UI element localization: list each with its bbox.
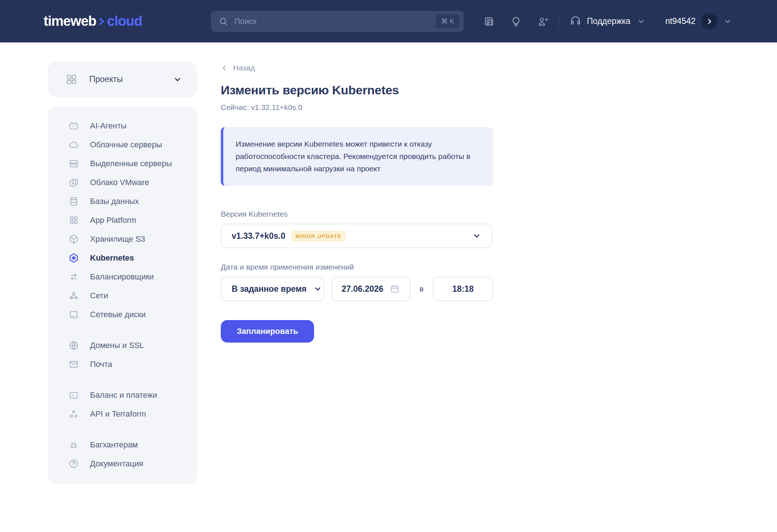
sidebar-item-ai-agents[interactable]: AI-Агенты: [48, 116, 197, 135]
sidebar-divider: [68, 429, 181, 430]
vmware-cloud-icon: [68, 177, 79, 188]
header-divider: [559, 14, 559, 29]
app-platform-icon: [68, 215, 79, 226]
databases-icon: [68, 196, 79, 207]
mail-icon: [68, 359, 79, 370]
sidebar-item-dedicated-servers[interactable]: Выделенные серверы: [48, 154, 197, 173]
sidebar-item-bug-bounty[interactable]: Багхантерам: [48, 435, 197, 454]
sidebar-divider: [68, 330, 181, 330]
dedicated-servers-icon: [68, 158, 79, 169]
sidebar-item-kubernetes[interactable]: Kubernetes: [48, 249, 197, 267]
cloud-servers-icon: [68, 139, 79, 150]
schedule-mode-value: В заданное время: [232, 284, 306, 294]
minor-update-badge: MINOR UPDATE: [291, 230, 346, 242]
network-disks-icon: [68, 309, 79, 320]
warning-notice: Изменение версии Kubernetes может привес…: [221, 127, 493, 186]
sidebar-item-networks[interactable]: Сети: [48, 286, 197, 305]
version-select-value: v1.33.7+k0s.0: [232, 231, 285, 241]
sidebar-item-databases[interactable]: Базы данных: [48, 192, 197, 211]
sidebar-item-vmware-cloud[interactable]: Облако VMware: [48, 173, 197, 192]
date-value: 27.06.2026: [342, 284, 383, 294]
logo-text-cloud: cloud: [107, 13, 142, 29]
projects-label: Проекты: [89, 74, 123, 84]
documentation-icon: [68, 458, 79, 469]
timeweb-cloud-logo[interactable]: timeweb cloud: [44, 13, 142, 29]
current-version-text: Сейчас: v1.32.11+k0s.0: [221, 103, 493, 112]
logo-text-timeweb: timeweb: [44, 13, 96, 29]
sidebar-item-billing[interactable]: Баланс и платежи: [48, 386, 197, 405]
time-picker[interactable]: 18:18: [433, 277, 493, 301]
sidebar: Проекты AI-Агенты Облачные серверы: [48, 62, 197, 484]
chevron-down-icon: [637, 17, 646, 26]
networks-icon: [68, 290, 79, 301]
time-value: 18:18: [452, 284, 474, 294]
global-search[interactable]: ⌘ K: [211, 11, 464, 32]
ai-agents-icon: [68, 120, 79, 131]
projects-grid-icon: [65, 73, 78, 86]
sidebar-item-mail[interactable]: Почта: [48, 355, 197, 374]
support-label: Поддержка: [587, 16, 630, 26]
calendar-icon: [389, 283, 400, 294]
schedule-controls: В заданное время 27.06.2026 в 18:18: [221, 277, 493, 301]
schedule-field-label: Дата и время применения изменений: [221, 263, 493, 271]
sidebar-item-api-terraform[interactable]: API и Terraform: [48, 405, 197, 423]
date-time-connector: в: [420, 285, 424, 293]
projects-selector[interactable]: Проекты: [48, 62, 197, 97]
top-header: timeweb cloud ⌘ K: [0, 0, 777, 42]
bug-bounty-icon: [68, 439, 79, 450]
date-picker[interactable]: 27.06.2026: [331, 277, 410, 301]
search-input[interactable]: [234, 17, 436, 26]
body-wrap: Проекты AI-Агенты Облачные серверы: [0, 42, 777, 484]
schedule-submit-button[interactable]: Запланировать: [221, 320, 314, 343]
invite-user-icon[interactable]: [537, 16, 549, 27]
s3-storage-icon: [68, 234, 79, 245]
sidebar-item-cloud-servers[interactable]: Облачные серверы: [48, 135, 197, 154]
sidebar-item-balancers[interactable]: Балансировщики: [48, 267, 197, 286]
sidebar-item-s3-storage[interactable]: Хранилище S3: [48, 230, 197, 249]
chevron-down-icon: [173, 75, 182, 84]
headphones-icon: [569, 14, 582, 29]
sidebar-item-app-platform[interactable]: App Platform: [48, 211, 197, 230]
domains-ssl-icon: [68, 340, 79, 351]
main-content: Назад Изменить версию Kubernetes Сейчас:…: [221, 62, 493, 484]
version-field-label: Версия Kubernetes: [221, 210, 493, 218]
page-title: Изменить версию Kubernetes: [221, 83, 493, 97]
search-shortcut-chip: ⌘ K: [436, 14, 459, 28]
header-icon-group: [483, 16, 549, 27]
schedule-mode-select[interactable]: В заданное время: [221, 277, 324, 301]
chevron-left-icon: [221, 64, 228, 71]
chevron-down-icon: [313, 284, 322, 294]
sidebar-item-domains-ssl[interactable]: Домены и SSL: [48, 336, 197, 355]
account-id: nt94542: [665, 16, 695, 26]
api-terraform-icon: [68, 409, 79, 420]
version-select[interactable]: v1.33.7+k0s.0 MINOR UPDATE: [221, 224, 492, 248]
sidebar-menu: AI-Агенты Облачные серверы Выделенные се…: [48, 106, 197, 484]
account-expand-button[interactable]: [701, 13, 717, 29]
sidebar-divider: [68, 380, 181, 380]
sidebar-item-network-disks[interactable]: Сетевые диски: [48, 305, 197, 324]
back-link[interactable]: Назад: [221, 64, 255, 72]
kubernetes-icon: [68, 253, 79, 263]
chevron-down-icon: [723, 17, 732, 26]
search-icon: [218, 16, 228, 26]
balancers-icon: [68, 271, 79, 282]
billing-icon: [68, 390, 79, 401]
back-label: Назад: [233, 64, 255, 72]
lightbulb-icon[interactable]: [510, 16, 522, 27]
sidebar-item-documentation[interactable]: Документация: [48, 454, 197, 473]
chevron-down-icon: [472, 231, 481, 241]
account-menu[interactable]: nt94542: [665, 13, 732, 29]
support-menu[interactable]: Поддержка: [569, 14, 646, 29]
timeweb-cloud-app: timeweb cloud ⌘ K: [0, 0, 777, 532]
news-icon[interactable]: [483, 16, 495, 27]
logo-arrow-icon: [97, 15, 106, 28]
